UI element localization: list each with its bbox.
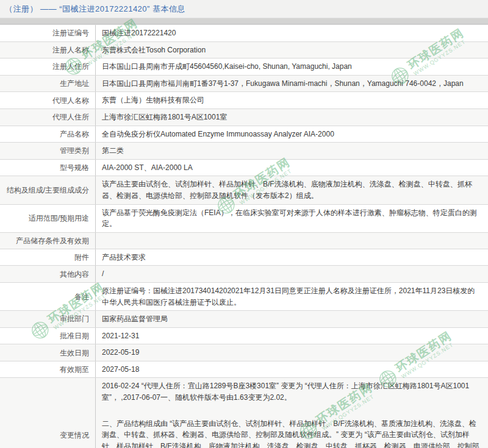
table-row: 有效期至2027-05-18: [0, 361, 488, 379]
row-label: 适用范围/预期用途: [0, 205, 96, 232]
table-row: 注册人住所日本国山口县周南市开成町45604560,Kaisei-cho, Sh…: [0, 59, 488, 76]
row-label-text: 有效期至: [60, 364, 89, 375]
row-value: 上海市徐汇区虹梅路1801号A区1001室: [96, 109, 488, 126]
row-label: 审批部门: [0, 311, 96, 327]
row-label-text: 审批部门: [60, 313, 89, 324]
row-label: 注册证编号: [0, 25, 96, 41]
table-row: 生产地址日本国山口县周南市福川南町1番37号1-37，Fukugawa Mina…: [0, 76, 488, 93]
row-value-paragraph: 二、产品结构组成由 “该产品主要由试剂仓、试剂加样针、样品加样针、B/F洗涤机构…: [102, 418, 482, 448]
row-label-text: 代理人住所: [52, 112, 89, 123]
row-value: 2022-05-19: [96, 344, 488, 361]
row-value: [96, 233, 488, 249]
table-row: 适用范围/预期用途该产品基于荧光酶免疫测定法（FEIA），在临床实验室可对来源于…: [0, 205, 488, 233]
table-row: 注册人名称东曹株式会社Tosoh Corporation: [0, 42, 488, 59]
row-value-text: /: [102, 268, 482, 280]
row-value-text: 第二类: [102, 145, 482, 157]
row-label-text: 管理类别: [60, 145, 89, 156]
row-label: 注册人住所: [0, 59, 96, 75]
row-label: 代理人名称: [0, 92, 96, 108]
row-value-text: 原注册证编号：国械注进201734014202021年12月31日同意更正注册人…: [102, 285, 482, 308]
row-value-paragraph: 2016-02-24 “代理人住所：宜山路1289号B座3楼301室” 变更为 …: [102, 380, 482, 403]
row-value: 第二类: [96, 143, 488, 159]
row-value-text: 国家药品监督管理局: [102, 313, 482, 325]
row-value-text: 东曹株式会社Tosoh Corporation: [102, 44, 482, 56]
row-value-text: 东曹（上海）生物科技有限公司: [102, 94, 482, 106]
page: （注册） —— “国械注进20172221420” 基本信息 注册证编号国械注进…: [0, 0, 488, 448]
row-label: 型号规格: [0, 160, 96, 176]
table-row: 其他内容/: [0, 266, 488, 283]
row-value-text: 上海市徐汇区虹梅路1801号A区1001室: [102, 112, 482, 123]
row-label: 注册人名称: [0, 42, 96, 59]
row-label-text: 注册证编号: [52, 27, 89, 38]
row-label-text: 批准日期: [60, 330, 89, 341]
page-title: （注册） —— “国械注进20172221420” 基本信息: [5, 4, 185, 15]
row-value-text: 产品技术要求: [102, 252, 482, 263]
table-row: 备注原注册证编号：国械注进201734014202021年12月31日同意更正注…: [0, 283, 488, 311]
row-value: 日本国山口县周南市福川南町1番37号1-37，Fukugawa Minami-m…: [96, 76, 488, 92]
row-value: /: [96, 266, 488, 282]
row-label: 产品储存条件及有效期: [0, 233, 96, 249]
row-value-text: 日本国山口县周南市福川南町1番37号1-37，Fukugawa Minami-m…: [102, 78, 482, 90]
row-label-text: 代理人名称: [52, 95, 89, 106]
row-label-text: 结构及组成/主要组成成分: [7, 185, 89, 196]
table-row: 产品名称全自动免疫分析仪Automated Enzyme Immunoassay…: [0, 126, 488, 143]
row-value-text: 该产品主要由试剂仓、试剂加样针、样品加样针、B/F洗涤机构、底物液加注机构、洗涤…: [102, 179, 482, 201]
row-label: 其他内容: [0, 266, 96, 282]
row-label: 生效日期: [0, 344, 96, 361]
row-value-text: 全自动免疫分析仪Automated Enzyme Immunoassay Ana…: [102, 129, 482, 140]
row-label: 代理人住所: [0, 109, 96, 126]
row-value-text: AIA-2000 ST、AIA-2000 LA: [102, 162, 482, 174]
row-value: 2021-12-31: [96, 328, 488, 344]
row-value: 产品技术要求: [96, 249, 488, 266]
row-label-text: 产品储存条件及有效期: [16, 235, 89, 246]
table-row: 批准日期2021-12-31: [0, 328, 488, 345]
row-value: 2016-02-24 “代理人住所：宜山路1289号B座3楼301室” 变更为 …: [96, 378, 488, 448]
row-value: 东曹（上海）生物科技有限公司: [96, 92, 488, 108]
table-row: 型号规格AIA-2000 ST、AIA-2000 LA: [0, 160, 488, 177]
row-label-text: 适用范围/预期用途: [29, 213, 89, 224]
row-label-text: 附件: [74, 252, 89, 263]
row-value: AIA-2000 ST、AIA-2000 LA: [96, 160, 488, 176]
row-value: 原注册证编号：国械注进201734014202021年12月31日同意更正注册人…: [96, 283, 488, 310]
row-label: 结构及组成/主要组成成分: [0, 176, 96, 204]
row-label-text: 生产地址: [60, 78, 89, 89]
row-label-text: 型号规格: [60, 162, 89, 173]
info-table: 注册证编号国械注进20172221420注册人名称东曹株式会社Tosoh Cor…: [0, 24, 488, 448]
table-row: 注册证编号国械注进20172221420: [0, 25, 488, 42]
table-row: 生效日期2022-05-19: [0, 344, 488, 361]
row-label-text: 注册人住所: [52, 61, 89, 72]
row-label: 变更情况: [0, 378, 96, 448]
table-row: 结构及组成/主要组成成分该产品主要由试剂仓、试剂加样针、样品加样针、B/F洗涤机…: [0, 176, 488, 204]
row-value: 国家药品监督管理局: [96, 311, 488, 327]
row-label: 管理类别: [0, 143, 96, 159]
table-row: 变更情况2016-02-24 “代理人住所：宜山路1289号B座3楼301室” …: [0, 378, 488, 448]
row-value-text: 2022-05-19: [102, 347, 482, 358]
row-label-text: 产品名称: [60, 129, 89, 140]
row-label: 批准日期: [0, 328, 96, 344]
table-row: 附件产品技术要求: [0, 249, 488, 266]
row-label-text: 变更情况: [60, 430, 89, 441]
row-label-text: 生效日期: [60, 347, 89, 358]
row-value-text: 国械注进20172221420: [102, 27, 482, 39]
row-value: 全自动免疫分析仪Automated Enzyme Immunoassay Ana…: [96, 126, 488, 143]
page-header: （注册） —— “国械注进20172221420” 基本信息: [0, 0, 488, 18]
table-row: 代理人名称东曹（上海）生物科技有限公司: [0, 92, 488, 109]
row-label-text: 注册人名称: [52, 44, 89, 55]
table-row: 代理人住所上海市徐汇区虹梅路1801号A区1001室: [0, 109, 488, 126]
row-label-text: 备注: [74, 291, 89, 302]
row-value-text: 日本国山口县周南市开成町45604560,Kaisei-cho, Shunan,…: [102, 61, 482, 73]
row-label: 备注: [0, 283, 96, 310]
table-row: 产品储存条件及有效期: [0, 233, 488, 249]
row-value: 东曹株式会社Tosoh Corporation: [96, 42, 488, 59]
row-value-text: 该产品基于荧光酶免疫测定法（FEIA），在临床实验室可对来源于人体的样本进行激素…: [102, 207, 482, 230]
row-label: 有效期至: [0, 361, 96, 378]
table-row: 审批部门国家药品监督管理局: [0, 311, 488, 328]
row-value: 日本国山口县周南市开成町45604560,Kaisei-cho, Shunan,…: [96, 59, 488, 75]
row-value: 2027-05-18: [96, 361, 488, 378]
row-value: 该产品主要由试剂仓、试剂加样针、样品加样针、B/F洗涤机构、底物液加注机构、洗涤…: [96, 176, 488, 204]
row-label-text: 其他内容: [60, 269, 89, 280]
header-divider: [0, 18, 488, 24]
row-value: 该产品基于荧光酶免疫测定法（FEIA），在临床实验室可对来源于人体的样本进行激素…: [96, 205, 488, 232]
row-label: 产品名称: [0, 126, 96, 143]
row-value-text: 2021-12-31: [102, 330, 482, 342]
